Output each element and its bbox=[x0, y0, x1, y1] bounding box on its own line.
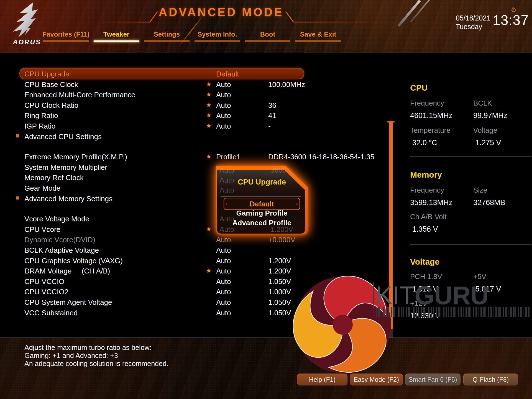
setting-label: DRAM Voltage (CH A/B) bbox=[24, 267, 110, 275]
setting-value-secondary: - bbox=[268, 122, 271, 131]
settings-row-dynamic-vcore-dvid[interactable]: Dynamic Vcore(DVID)Auto+0.000V bbox=[0, 234, 388, 245]
favorite-star-icon[interactable]: ★ bbox=[206, 153, 211, 160]
favorite-star-icon[interactable]: ★ bbox=[206, 112, 211, 119]
kitguru-kit-label: KIT bbox=[376, 281, 415, 310]
settings-row-advanced-cpu-settings[interactable]: Advanced CPU Settings bbox=[0, 131, 388, 142]
header-banner: ADVANCED MODE AORUS 05/18/2021 Tuesday 1… bbox=[0, 0, 532, 53]
setting-label: Extreme Memory Profile(X.M.P.) bbox=[24, 153, 127, 161]
setting-value-secondary: 36 bbox=[268, 101, 276, 110]
footer-button-smart-fan-6-f6[interactable]: Smart Fan 6 (F6) bbox=[405, 374, 461, 385]
help-text-line: Adjust the maximum turbo ratio as below: bbox=[24, 344, 152, 352]
popup-divider bbox=[221, 196, 301, 197]
tab-underline bbox=[195, 40, 240, 42]
popup-option-gaming-profile[interactable]: Gaming Profile bbox=[216, 209, 308, 218]
tab-system-info[interactable]: System Info. bbox=[192, 30, 242, 42]
footer-button-help-f1[interactable]: Help (F1) bbox=[297, 374, 347, 385]
setting-label: Ring Ratio bbox=[24, 111, 58, 120]
settings-row-cpu-vcore[interactable]: CPU Vcore★ bbox=[0, 223, 388, 234]
settings-row-ring-ratio[interactable]: Ring Ratio★Auto41 bbox=[0, 109, 388, 121]
setting-value: Auto bbox=[216, 288, 231, 296]
kitguru-barcode bbox=[376, 307, 530, 317]
tab-save-exit[interactable]: Save & Exit bbox=[293, 30, 343, 42]
metric-label-ch-a-b-volt: Ch A/B Volt bbox=[410, 213, 447, 221]
metric-label-frequency: Frequency bbox=[410, 186, 444, 195]
tab-label: Settings bbox=[142, 30, 192, 38]
setting-label: CPU Clock Ratio bbox=[24, 101, 78, 110]
tab-boot[interactable]: Boot bbox=[242, 30, 293, 42]
footer-divider bbox=[0, 337, 532, 338]
setting-label: CPU Upgrade bbox=[24, 70, 69, 78]
settings-row-memory-ref-clock[interactable]: Memory Ref Clock bbox=[0, 172, 388, 183]
setting-value-secondary: 1.050V bbox=[268, 277, 291, 286]
gear-icon[interactable]: ⚙ bbox=[511, 6, 517, 14]
setting-value-secondary: +0.000V bbox=[268, 236, 295, 244]
metric-label-voltage: Voltage bbox=[473, 126, 497, 135]
favorite-star-icon[interactable]: ★ bbox=[206, 81, 211, 88]
submenu-bullet-icon bbox=[16, 134, 19, 137]
settings-row-vcore-voltage-mode[interactable]: Vcore Voltage Mode bbox=[0, 213, 388, 224]
favorite-star-icon[interactable]: ★ bbox=[206, 122, 211, 129]
settings-row-cpu-clock-ratio[interactable]: CPU Clock Ratio★Auto36 bbox=[0, 99, 388, 110]
date-label: 05/18/2021 bbox=[456, 14, 490, 22]
settings-row-system-memory-multiplier[interactable]: System Memory Multiplier bbox=[0, 161, 388, 172]
tab-label: Tweaker bbox=[91, 30, 142, 38]
sidebar-section-title-cpu: CPU bbox=[410, 83, 428, 93]
settings-row-gear-mode[interactable]: Gear Mode bbox=[0, 182, 388, 193]
setting-label: Gear Mode bbox=[24, 184, 60, 193]
day-label: Tuesday bbox=[456, 22, 490, 31]
metric-value-frequency: 3599.13MHz bbox=[410, 198, 452, 207]
metric-label-frequency: Frequency bbox=[410, 99, 444, 108]
settings-row-cpu-graphics-voltage-vaxg[interactable]: CPU Graphics Voltage (VAXG)Auto1.200V bbox=[0, 255, 388, 266]
setting-value: Auto bbox=[216, 236, 231, 244]
setting-value-secondary: 1.050V bbox=[268, 298, 291, 307]
settings-row-dram-voltage-ch-a-b[interactable]: DRAM Voltage (CH A/B)★Auto1.200V bbox=[0, 265, 388, 276]
tab-underline bbox=[144, 40, 190, 42]
sidebar-divider bbox=[410, 156, 531, 157]
popup-option-advanced-profile[interactable]: Advanced Profile bbox=[216, 219, 308, 227]
tab-label: System Info. bbox=[192, 30, 242, 38]
tab-settings[interactable]: Settings bbox=[142, 30, 192, 42]
settings-row-igp-ratio[interactable]: IGP Ratio★Auto- bbox=[0, 120, 388, 131]
popup-title: CPU Upgrade bbox=[216, 178, 308, 186]
settings-row-advanced-memory-settings[interactable]: Advanced Memory Settings bbox=[0, 193, 388, 204]
aorus-logo-icon bbox=[8, 2, 46, 38]
favorite-star-icon[interactable]: ★ bbox=[206, 267, 211, 274]
favorite-star-icon[interactable]: ★ bbox=[206, 91, 211, 98]
tab-tweaker[interactable]: Tweaker bbox=[91, 30, 142, 42]
setting-value: Auto bbox=[216, 122, 231, 131]
metric-value-size: 32768MB bbox=[473, 198, 505, 207]
setting-value: Auto bbox=[216, 111, 231, 120]
favorite-star-icon[interactable]: ★ bbox=[206, 226, 211, 232]
settings-row-enhanced-multi-core-performance[interactable]: Enhanced Multi-Core Performance★Auto bbox=[0, 89, 388, 100]
metric-value-frequency: 4601.15MHz bbox=[410, 111, 452, 120]
favorite-star-icon[interactable]: ★ bbox=[206, 102, 211, 108]
settings-row-cpu-upgrade[interactable]: CPU UpgradeDefault bbox=[0, 68, 388, 79]
setting-label: System Memory Multiplier bbox=[24, 163, 107, 172]
setting-value: Auto bbox=[216, 298, 231, 307]
setting-label: Memory Ref Clock bbox=[24, 173, 84, 182]
footer-button-easy-mode-f2[interactable]: Easy Mode (F2) bbox=[350, 374, 403, 385]
setting-label: VCC Substained bbox=[24, 309, 78, 317]
setting-label: Advanced Memory Settings bbox=[24, 195, 112, 203]
settings-row-cpu-base-clock[interactable]: CPU Base Clock★Auto100.00MHz bbox=[0, 78, 388, 89]
setting-value-secondary: 100.00MHz bbox=[268, 80, 305, 89]
setting-label: Advanced CPU Settings bbox=[24, 132, 102, 141]
metric-value-temperature: 32.0 °C bbox=[410, 139, 437, 147]
page-title: ADVANCED MODE bbox=[155, 6, 288, 19]
tab-label: Favorites (F11) bbox=[41, 30, 91, 38]
settings-row-bclk-adaptive-voltage[interactable]: BCLK Adaptive VoltageAuto bbox=[0, 244, 388, 255]
tab-underline bbox=[43, 40, 89, 42]
cpu-upgrade-popup: Auto3600AutoAutoAutoAuto1.200V CPU Upgra… bbox=[216, 166, 308, 234]
footer-button-q-flash-f8[interactable]: Q-Flash (F8) bbox=[463, 374, 518, 385]
settings-row-extreme-memory-profile-x-m-p[interactable]: Extreme Memory Profile(X.M.P.)★Profile1D… bbox=[0, 151, 388, 162]
metric-label-pch-1-8v: PCH 1.8V bbox=[410, 272, 442, 281]
popup-option-default[interactable]: Default bbox=[224, 198, 300, 210]
tab-favorites-f11[interactable]: Favorites (F11) bbox=[41, 30, 91, 42]
setting-value-secondary: DDR4-3600 16-18-18-36-54-1.35 bbox=[268, 153, 374, 161]
setting-label: BCLK Adaptive Voltage bbox=[24, 246, 99, 255]
setting-label: Dynamic Vcore(DVID) bbox=[24, 236, 95, 244]
setting-value: Auto bbox=[216, 267, 231, 275]
metric-value-bclk: 99.97MHz bbox=[473, 111, 507, 120]
banner-line-right bbox=[294, 22, 393, 22]
setting-value: Auto bbox=[216, 101, 231, 110]
